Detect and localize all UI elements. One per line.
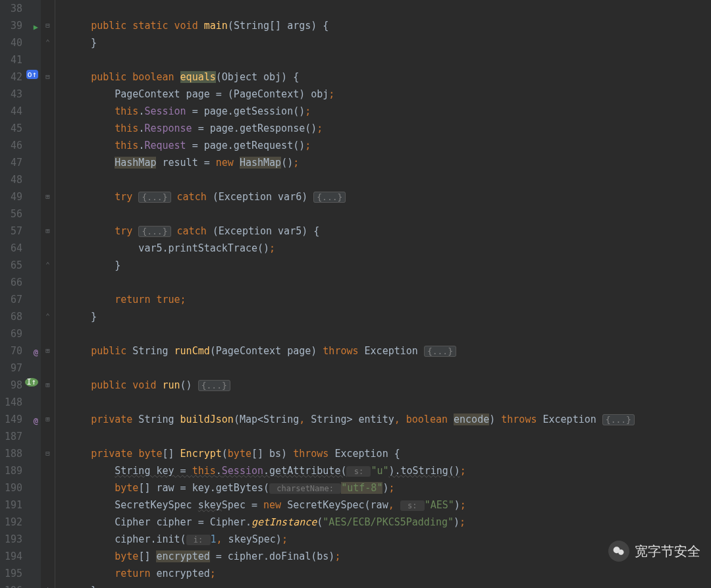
code-line[interactable]: HashMap result = new HashMap(); — [67, 154, 635, 171]
fold-marker[interactable] — [41, 171, 55, 188]
fold-marker[interactable] — [41, 274, 55, 291]
line-number[interactable]: 57 — [0, 223, 41, 240]
code-line[interactable]: var5.printStackTrace(); — [67, 240, 635, 257]
fold-marker[interactable] — [41, 479, 55, 496]
code-line[interactable]: SecretKeySpec skeySpec = new SecretKeySp… — [67, 496, 635, 514]
line-number[interactable]: 193 — [0, 531, 41, 548]
fold-marker[interactable] — [41, 291, 55, 308]
fold-marker[interactable] — [41, 565, 55, 582]
code-line[interactable]: public void run() {...} — [67, 377, 635, 394]
code-area[interactable]: public static void main(String[] args) {… — [55, 0, 635, 588]
code-line[interactable]: private String buildJson(Map<String, Str… — [67, 411, 635, 428]
line-number[interactable]: 191 — [0, 496, 41, 514]
code-line[interactable] — [67, 274, 635, 291]
line-number[interactable]: 196 — [0, 582, 41, 588]
code-line[interactable]: try {...} catch (Exception var5) { — [67, 223, 635, 240]
code-line[interactable]: public static void main(String[] args) { — [67, 17, 635, 34]
line-number[interactable]: 187 — [0, 428, 41, 445]
run-icon[interactable]: ▶ — [34, 18, 38, 36]
line-number[interactable]: 38 — [0, 0, 41, 17]
code-line[interactable]: this.Response = page.getResponse(); — [67, 120, 635, 137]
fold-marker[interactable]: ⊞ — [41, 342, 55, 360]
code-line[interactable] — [67, 205, 635, 223]
fold-marker[interactable]: ⊞ — [41, 377, 55, 394]
fold-marker[interactable] — [41, 120, 55, 137]
override-icon[interactable]: o↑ — [26, 70, 38, 79]
line-number[interactable]: 68 — [0, 308, 41, 325]
line-number-gutter[interactable]: 3839▶404142o↑434445464748495657646566676… — [0, 0, 41, 588]
code-line[interactable] — [67, 325, 635, 342]
line-number[interactable]: 44 — [0, 103, 41, 120]
code-line[interactable]: PageContext page = (PageContext) obj; — [67, 86, 635, 103]
code-line[interactable]: this.Request = page.getRequest(); — [67, 137, 635, 154]
code-line[interactable] — [67, 428, 635, 445]
fold-marker[interactable]: ⌃ — [41, 582, 55, 588]
line-number[interactable]: 42o↑ — [0, 68, 41, 86]
line-number[interactable]: 39▶ — [0, 17, 41, 34]
code-line[interactable]: byte[] raw = key.getBytes( charsetName: … — [67, 479, 635, 496]
fold-marker[interactable] — [41, 137, 55, 154]
fold-marker[interactable]: ⊞ — [41, 188, 55, 205]
fold-marker[interactable] — [41, 394, 55, 411]
code-line[interactable]: public boolean equals(Object obj) { — [67, 68, 635, 86]
line-number[interactable]: 56 — [0, 205, 41, 223]
line-number[interactable]: 195 — [0, 565, 41, 582]
line-number[interactable]: 65 — [0, 257, 41, 274]
fold-marker[interactable] — [41, 240, 55, 257]
fold-marker[interactable] — [41, 205, 55, 223]
fold-marker[interactable]: ⊞ — [41, 223, 55, 240]
code-editor[interactable]: 3839▶404142o↑434445464748495657646566676… — [0, 0, 711, 588]
code-line[interactable]: } — [67, 308, 635, 325]
line-number[interactable]: 97 — [0, 360, 41, 377]
line-number[interactable]: 43 — [0, 86, 41, 103]
fold-marker[interactable]: ⊟ — [41, 68, 55, 86]
fold-marker[interactable] — [41, 0, 55, 17]
fold-marker[interactable] — [41, 496, 55, 514]
line-number[interactable]: 148 — [0, 394, 41, 411]
line-number[interactable]: 98I↑ — [0, 377, 41, 394]
fold-marker[interactable] — [41, 462, 55, 479]
line-number[interactable]: 40 — [0, 34, 41, 51]
fold-marker[interactable]: ⊟ — [41, 445, 55, 462]
line-number[interactable]: 189 — [0, 462, 41, 479]
line-number[interactable]: 69 — [0, 325, 41, 342]
line-number[interactable]: 46 — [0, 137, 41, 154]
code-line[interactable]: } — [67, 257, 635, 274]
line-number[interactable]: 49 — [0, 188, 41, 205]
fold-column[interactable]: ⊟⌃⊟⊞⊞⌃⌃⊞⊞⊞⊟⌃ — [41, 0, 55, 588]
fold-marker[interactable] — [41, 548, 55, 565]
line-number[interactable]: 47 — [0, 154, 41, 171]
fold-marker[interactable]: ⊟ — [41, 17, 55, 34]
code-line[interactable]: } — [67, 582, 635, 588]
code-line[interactable] — [67, 51, 635, 68]
line-number[interactable]: 149@ — [0, 411, 41, 428]
code-line[interactable] — [67, 171, 635, 188]
line-number[interactable]: 70@ — [0, 342, 41, 360]
code-line[interactable]: cipher.init( i: 1, skeySpec); — [67, 531, 635, 548]
implement-icon[interactable]: I↑ — [25, 378, 38, 387]
code-line[interactable]: public String runCmd(PageContext page) t… — [67, 342, 635, 360]
line-number[interactable]: 45 — [0, 120, 41, 137]
fold-marker[interactable] — [41, 51, 55, 68]
code-line[interactable]: private byte[] Encrypt(byte[] bs) throws… — [67, 445, 635, 462]
code-line[interactable]: Cipher cipher = Cipher.getInstance("AES/… — [67, 514, 635, 531]
fold-marker[interactable] — [41, 86, 55, 103]
code-line[interactable] — [67, 394, 635, 411]
code-line[interactable]: return encrypted; — [67, 565, 635, 582]
annotation-icon[interactable]: @ — [34, 344, 38, 361]
code-line[interactable]: return true; — [67, 291, 635, 308]
code-line[interactable]: try {...} catch (Exception var6) {...} — [67, 188, 635, 205]
code-line[interactable] — [67, 360, 635, 377]
annotation-icon[interactable]: @ — [34, 412, 38, 429]
fold-marker[interactable]: ⌃ — [41, 308, 55, 325]
fold-marker[interactable] — [41, 103, 55, 120]
code-line[interactable]: } — [67, 34, 635, 51]
fold-marker[interactable] — [41, 531, 55, 548]
fold-marker[interactable] — [41, 428, 55, 445]
line-number[interactable]: 194 — [0, 548, 41, 565]
line-number[interactable]: 192 — [0, 514, 41, 531]
fold-marker[interactable]: ⌃ — [41, 257, 55, 274]
fold-marker[interactable] — [41, 514, 55, 531]
line-number[interactable]: 41 — [0, 51, 41, 68]
code-line[interactable]: this.Session = page.getSession(); — [67, 103, 635, 120]
